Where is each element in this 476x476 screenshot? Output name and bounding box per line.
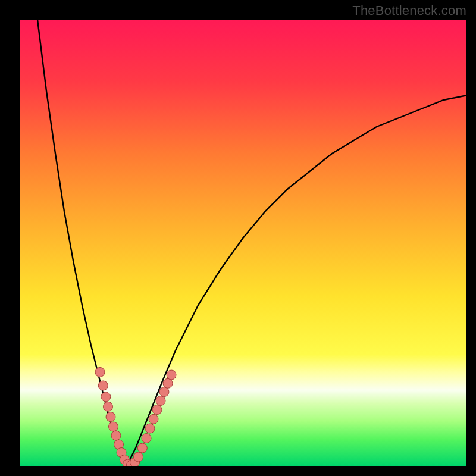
highlight-dot xyxy=(156,396,165,406)
highlight-dot xyxy=(152,405,162,415)
highlight-dot xyxy=(137,443,147,453)
highlight-dots xyxy=(95,368,176,466)
highlight-dot xyxy=(104,402,113,411)
highlight-dot xyxy=(134,452,143,462)
highlight-dot xyxy=(149,414,158,424)
highlight-dot xyxy=(95,368,105,377)
highlight-dot xyxy=(163,378,173,388)
highlight-dot xyxy=(106,412,115,422)
curve-layer xyxy=(20,20,466,466)
highlight-dot xyxy=(98,381,108,390)
watermark-text: TheBottleneck.com xyxy=(352,3,466,18)
highlight-dot xyxy=(167,370,176,380)
highlight-dot xyxy=(142,434,151,443)
highlight-dot xyxy=(101,392,111,402)
highlight-dot xyxy=(111,431,121,440)
highlight-dot xyxy=(109,422,118,431)
highlight-dot xyxy=(159,387,169,397)
plot-area xyxy=(20,20,466,466)
highlight-dot xyxy=(145,424,155,433)
chart-frame: TheBottleneck.com xyxy=(0,0,476,476)
